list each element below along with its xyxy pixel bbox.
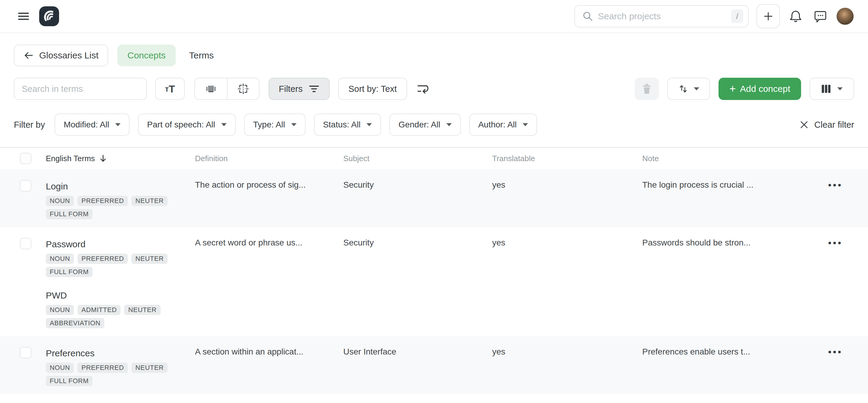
search-terms-input[interactable] — [22, 84, 139, 94]
delete-selected-button[interactable] — [635, 78, 659, 100]
terms-cell: PreferencesNOUNPREFERREDNEUTERFULL FORM — [46, 336, 195, 394]
term-name[interactable]: Preferences — [46, 347, 195, 360]
subject-cell: Security — [343, 227, 492, 256]
note-cell: The login process is crucial ... — [642, 169, 789, 198]
chevron-down-icon — [291, 123, 297, 126]
term-group: PasswordNOUNPREFERREDNEUTERFULL FORM — [46, 238, 195, 277]
column-header-translatable[interactable]: Translatable — [492, 154, 642, 163]
column-header-english-terms[interactable]: English Terms — [46, 154, 195, 163]
columns-icon — [821, 83, 831, 94]
row-checkbox[interactable] — [20, 238, 31, 249]
row-menu-button[interactable]: ••• — [828, 180, 843, 190]
filter-by-label: Filter by — [14, 120, 45, 130]
terms-cell: LoginNOUNPREFERREDNEUTERFULL FORM — [46, 169, 195, 227]
filter-bar: Filter by Modified: All Part of speech: … — [14, 113, 854, 136]
term-badge: PREFERRED — [78, 196, 128, 206]
add-concept-button[interactable]: + Add concept — [718, 78, 801, 100]
tab-terms[interactable]: Terms — [179, 44, 224, 66]
tab-terms-label: Terms — [189, 50, 214, 61]
filter-chip-label: Author: All — [478, 120, 517, 130]
column-header-subject[interactable]: Subject — [343, 154, 492, 163]
chevron-down-icon — [115, 123, 121, 126]
search-terms-box — [14, 78, 147, 100]
filter-chip[interactable]: Modified: All — [55, 113, 130, 136]
menu-icon[interactable] — [15, 8, 32, 25]
whole-word-button[interactable] — [195, 78, 227, 99]
exact-match-icon — [237, 83, 249, 95]
filter-icon — [309, 84, 319, 94]
sort-by-button[interactable]: Sort by: Text — [338, 78, 407, 100]
note-cell: Passwords should be stron... — [642, 227, 789, 256]
term-badges: NOUNPREFERREDNEUTERFULL FORM — [46, 254, 176, 277]
term-badge: PREFERRED — [78, 254, 128, 264]
definition-cell: A section within an applicat... — [195, 336, 343, 364]
back-to-glossaries-button[interactable]: Glossaries List — [14, 44, 108, 66]
term-badges: NOUNPREFERREDNEUTERFULL FORM — [46, 196, 176, 219]
term-name[interactable]: Login — [46, 180, 195, 193]
match-case-icon: т — [165, 85, 168, 93]
chevron-down-icon — [367, 123, 372, 126]
filter-chip-label: Gender: All — [398, 120, 440, 130]
column-header-definition[interactable]: Definition — [195, 154, 343, 163]
notifications-bell-icon[interactable] — [786, 7, 805, 25]
search-projects-input[interactable] — [598, 11, 731, 22]
tab-concepts[interactable]: Concepts — [117, 44, 176, 66]
clear-filter-button[interactable]: Clear filter — [799, 120, 854, 130]
row-menu-button[interactable]: ••• — [828, 238, 843, 247]
top-bar: / — [0, 0, 868, 33]
note-cell: Preferences enable users t... — [642, 336, 789, 364]
search-icon — [582, 11, 593, 22]
column-header-note[interactable]: Note — [642, 154, 789, 163]
match-mode-group — [194, 78, 259, 100]
translatable-cell: yes — [492, 227, 642, 256]
filter-chip[interactable]: Type: All — [244, 113, 306, 136]
term-badge: PREFERRED — [78, 363, 128, 373]
terms-toolbar: тT Filters Sort by: Text — [14, 78, 854, 100]
create-new-button[interactable] — [756, 4, 780, 28]
match-case-button[interactable]: тT — [155, 78, 185, 100]
chat-feedback-icon[interactable] — [811, 7, 830, 25]
definition-cell: The action or process of sig... — [195, 169, 343, 198]
close-icon — [799, 120, 809, 130]
term-badge: ADMITTED — [78, 305, 121, 315]
chevron-down-icon — [221, 123, 227, 126]
glossary-nav: Glossaries List Concepts Terms — [14, 44, 854, 66]
columns-view-dropdown[interactable] — [809, 78, 854, 100]
add-concept-label: Add concept — [740, 84, 790, 94]
app-logo-icon[interactable] — [39, 6, 59, 26]
row-checkbox[interactable] — [20, 180, 31, 192]
filter-chip[interactable]: Status: All — [314, 113, 381, 136]
term-group: PreferencesNOUNPREFERREDNEUTERFULL FORM — [46, 347, 195, 386]
term-name[interactable]: Password — [46, 238, 195, 250]
terms-cell: PasswordNOUNPREFERREDNEUTERFULL FORMPWDN… — [46, 227, 195, 336]
subject-cell: Security — [343, 169, 492, 198]
term-badge: NOUN — [46, 196, 74, 206]
term-name[interactable]: PWD — [46, 289, 195, 302]
term-badge: FULL FORM — [46, 209, 93, 219]
term-badge: NEUTER — [131, 196, 167, 206]
search-projects-box: / — [575, 5, 749, 27]
select-all-checkbox[interactable] — [20, 153, 31, 164]
user-avatar[interactable] — [836, 7, 854, 25]
wrap-lines-icon — [416, 82, 430, 96]
term-badge: FULL FORM — [46, 376, 93, 386]
back-button-label: Glossaries List — [39, 50, 98, 61]
row-menu-button[interactable]: ••• — [828, 347, 843, 357]
wrap-lines-button[interactable] — [412, 78, 434, 100]
filter-chip[interactable]: Gender: All — [390, 113, 461, 136]
import-export-dropdown[interactable] — [667, 78, 710, 100]
back-arrow-icon — [24, 50, 34, 61]
trash-icon — [641, 83, 652, 95]
term-badge: NEUTER — [131, 254, 167, 264]
term-badges: NOUNADMITTEDNEUTERABBREVIATION — [46, 305, 176, 328]
exact-match-button[interactable] — [227, 78, 259, 99]
subject-cell: User Interface — [343, 336, 492, 364]
row-checkbox[interactable] — [20, 347, 31, 359]
term-badge: NEUTER — [124, 305, 160, 315]
shortcut-hint-badge: / — [731, 9, 743, 23]
filter-chip[interactable]: Author: All — [469, 113, 537, 136]
term-badge: NOUN — [46, 254, 74, 264]
filters-button[interactable]: Filters — [269, 78, 330, 100]
filter-chip-label: Part of speech: All — [147, 120, 215, 130]
filter-chip[interactable]: Part of speech: All — [138, 113, 236, 136]
